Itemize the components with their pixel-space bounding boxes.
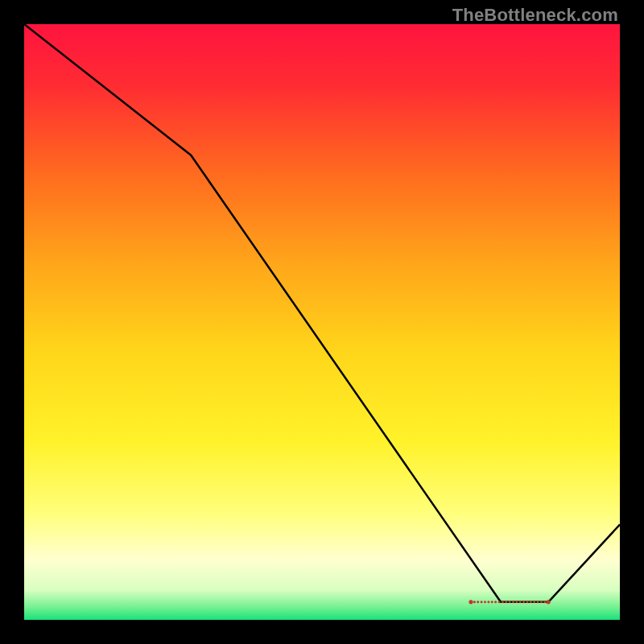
highlight-dot: [519, 601, 522, 603]
highlight-dot: [491, 601, 493, 603]
highlight-dot: [473, 601, 476, 603]
highlight-dot: [515, 601, 518, 603]
highlight-dot: [522, 601, 525, 603]
highlight-dot: [533, 601, 535, 603]
highlight-dot: [498, 601, 501, 603]
highlight-dot: [487, 601, 489, 603]
highlight-dot: [547, 600, 551, 604]
highlight-dot: [469, 600, 473, 604]
highlight-dot: [512, 601, 514, 603]
highlight-dot: [537, 601, 539, 603]
bottleneck-chart: [24, 24, 620, 620]
highlight-dot: [526, 601, 529, 603]
highlight-dot: [530, 601, 532, 603]
highlight-dot: [494, 601, 497, 603]
plot-background: [24, 24, 620, 620]
highlight-dot: [540, 601, 543, 603]
highlight-dot: [509, 601, 511, 603]
highlight-dot: [477, 601, 479, 603]
watermark-text: TheBottleneck.com: [452, 5, 618, 26]
highlight-dot: [484, 601, 486, 603]
highlight-dot: [543, 601, 546, 603]
highlight-dot: [481, 601, 483, 603]
highlight-dot: [502, 601, 504, 603]
highlight-dot: [505, 601, 507, 603]
